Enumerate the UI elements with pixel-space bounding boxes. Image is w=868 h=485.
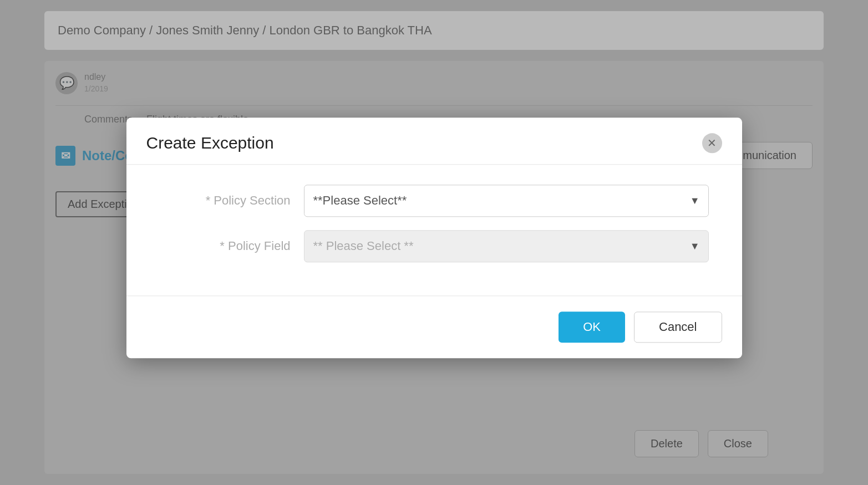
policy-section-row: * Policy Section **Please Select** ▼ bbox=[160, 185, 709, 217]
cancel-button[interactable]: Cancel bbox=[634, 312, 722, 343]
modal-body: * Policy Section **Please Select** ▼ * P… bbox=[126, 165, 742, 296]
policy-field-select[interactable]: ** Please Select ** bbox=[304, 230, 709, 262]
policy-field-select-wrapper: ** Please Select ** ▼ bbox=[304, 230, 709, 262]
policy-field-row: * Policy Field ** Please Select ** ▼ bbox=[160, 230, 709, 262]
modal-footer: OK Cancel bbox=[126, 296, 742, 358]
create-exception-modal: Create Exception ✕ * Policy Section **Pl… bbox=[126, 118, 742, 358]
policy-section-label: * Policy Section bbox=[160, 193, 304, 208]
policy-section-select[interactable]: **Please Select** bbox=[304, 185, 709, 217]
policy-field-label: * Policy Field bbox=[160, 239, 304, 253]
modal-header: Create Exception ✕ bbox=[126, 118, 742, 165]
modal-title: Create Exception bbox=[146, 134, 274, 152]
ok-button[interactable]: OK bbox=[559, 312, 625, 343]
close-icon: ✕ bbox=[707, 136, 717, 150]
policy-section-select-wrapper: **Please Select** ▼ bbox=[304, 185, 709, 217]
modal-close-button[interactable]: ✕ bbox=[702, 133, 722, 153]
